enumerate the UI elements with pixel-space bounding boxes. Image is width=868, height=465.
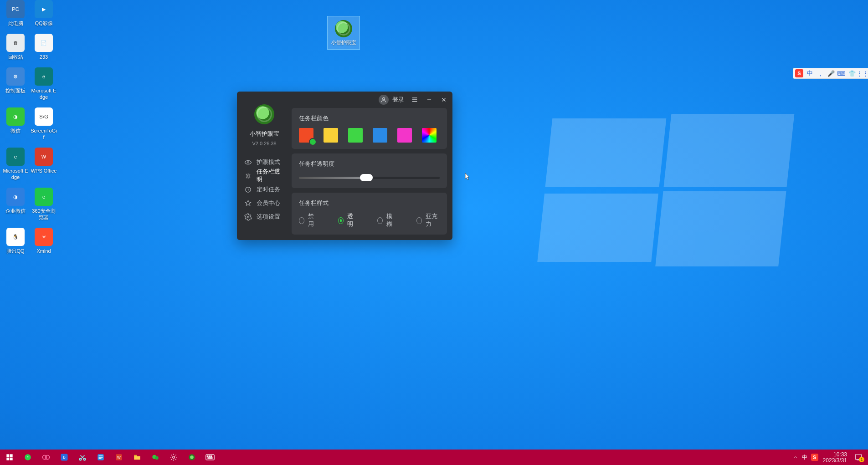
taskbar-app-snip[interactable] [74, 450, 91, 465]
desktop-icon[interactable]: PC 此电脑 [2, 0, 29, 26]
desktop-icon[interactable]: ✳ Xmind [30, 228, 57, 254]
desktop-icon[interactable]: ▶ QQ影像 [30, 0, 57, 26]
desktop-icon[interactable]: S›G ScreenToGif [30, 107, 57, 140]
radio-label: 模糊 [386, 213, 395, 228]
desktop-icon[interactable]: e Microsoft Edge [30, 67, 57, 100]
login-button[interactable]: 登录 [379, 95, 404, 105]
desktop-icon[interactable]: e Microsoft Edge [2, 148, 29, 180]
desktop-icon-label: WPS Office [31, 168, 57, 174]
taskbar-app-baidu[interactable]: B [56, 450, 73, 465]
nav-item-bar[interactable]: 任务栏透明 [242, 169, 286, 183]
color-swatches [299, 128, 440, 143]
card-title: 任务栏透明度 [299, 160, 440, 168]
ime-item[interactable]: 中 [806, 70, 814, 77]
nav-item-opt[interactable]: 选项设置 [242, 210, 286, 224]
desktop-icon-label: 360安全浏览器 [31, 208, 57, 220]
desktop-icon-image: e [35, 188, 53, 206]
nav-item-label: 会员中心 [257, 199, 280, 207]
bar-icon [244, 172, 252, 180]
taskbar-app-any[interactable] [37, 450, 55, 465]
desktop-icon-image: S›G [35, 107, 53, 126]
ime-item[interactable]: ⌨ [837, 70, 845, 77]
svg-point-0 [383, 97, 385, 100]
color-swatch[interactable] [324, 128, 338, 143]
desktop-icon-image: 🐧 [6, 228, 25, 246]
notifications-button[interactable]: 1 [852, 450, 865, 464]
taskbar-app-360[interactable]: e [19, 450, 36, 465]
taskbar-app-eye[interactable] [183, 450, 200, 465]
app-logo-icon [254, 104, 274, 124]
style-radios: 禁用透明模糊亚克力 [299, 213, 440, 228]
ime-item[interactable]: 🎤 [827, 70, 835, 77]
desktop-icon[interactable]: ◑ 微信 [2, 107, 29, 140]
slider-thumb[interactable] [360, 174, 373, 181]
svg-rect-33 [208, 458, 212, 459]
menu-button[interactable] [411, 96, 419, 104]
desktop-icon-label: 此电脑 [8, 20, 23, 26]
color-swatch[interactable] [397, 128, 412, 143]
style-radio[interactable]: 禁用 [299, 213, 317, 228]
taskbar: eBW 中 S 10:33 2023/3/31 1 [0, 450, 868, 465]
desktop-icon[interactable]: W WPS Office [30, 148, 57, 180]
color-swatch[interactable] [373, 128, 387, 143]
tray-ime-icon[interactable]: S [811, 454, 818, 461]
desktop-icon[interactable]: ◑ 企业微信 [2, 188, 29, 220]
color-swatch[interactable] [299, 128, 313, 143]
svg-text:B: B [63, 455, 66, 460]
nav-item-time[interactable]: 定时任务 [242, 183, 286, 196]
ime-logo-icon[interactable]: S [795, 69, 803, 77]
desktop-icons: PC 此电脑▶ QQ影像🗑 回收站📄 233⚙ 控制面板e Microsoft … [0, 0, 59, 254]
style-radio[interactable]: 亚克力 [416, 213, 440, 228]
svg-rect-29 [206, 455, 214, 460]
system-tray[interactable]: 中 S [793, 454, 818, 461]
desktop-icon-label: Microsoft Edge [31, 87, 57, 100]
svg-point-25 [155, 456, 159, 460]
taskbar-clock[interactable]: 10:33 2023/3/31 [823, 452, 847, 463]
color-swatch-rainbow[interactable] [422, 128, 437, 143]
opt-icon [244, 213, 252, 221]
opacity-slider[interactable] [299, 174, 440, 182]
vip-icon [244, 199, 252, 207]
ime-item[interactable]: ‚ [817, 70, 824, 77]
ime-toolbar[interactable]: S中‚🎤⌨👕⋮⋮ [793, 68, 868, 79]
svg-rect-18 [99, 455, 103, 456]
ime-item[interactable]: 👕 [848, 70, 856, 77]
time-icon [244, 186, 252, 194]
svg-text:e: e [27, 455, 29, 459]
desktop-icon-label: 233 [40, 54, 48, 60]
taskbar-app-input[interactable] [201, 450, 219, 465]
close-button[interactable] [440, 96, 448, 104]
card-taskbar-style: 任务栏样式 禁用透明模糊亚克力 [292, 193, 447, 235]
nav-item-vip[interactable]: 会员中心 [242, 196, 286, 210]
radio-dot-icon [299, 217, 304, 224]
style-radio[interactable]: 透明 [338, 213, 356, 228]
ime-item[interactable]: ⋮⋮ [858, 70, 866, 77]
desktop-icon[interactable]: 🐧 腾讯QQ [2, 228, 29, 254]
start-button[interactable] [1, 450, 18, 465]
desktop-icon[interactable]: e 360安全浏览器 [30, 188, 57, 220]
minimize-button[interactable] [425, 96, 433, 104]
cursor-icon [465, 173, 470, 181]
radio-dot-icon [338, 217, 344, 224]
desktop-icon-image: 📄 [35, 34, 53, 52]
avatar-icon [379, 95, 389, 105]
desktop-icon[interactable]: 🗑 回收站 [2, 34, 29, 60]
login-label: 登录 [392, 96, 404, 104]
taskbar-app-file[interactable] [92, 450, 109, 465]
taskbar-app-explorer[interactable] [128, 450, 146, 465]
svg-rect-6 [10, 454, 13, 457]
desktop-icon[interactable]: ⚙ 控制面板 [2, 67, 29, 100]
nav-item-eye[interactable]: 护眼模式 [242, 155, 286, 169]
taskbar-app-settings[interactable] [165, 450, 182, 465]
desktop-icon[interactable]: 📄 233 [30, 34, 57, 60]
style-radio[interactable]: 模糊 [377, 213, 395, 228]
tray-lang[interactable]: 中 [802, 454, 807, 461]
color-swatch[interactable] [348, 128, 363, 143]
desktop-icon-xiaozhi-selected[interactable]: 小智护眼宝 [327, 16, 360, 50]
tray-chevron-up-icon[interactable] [793, 455, 798, 460]
desktop-icon-label: Xmind [36, 248, 51, 254]
taskbar-app-wps[interactable]: W [110, 450, 128, 465]
desktop-icon-label: 回收站 [8, 54, 23, 60]
taskbar-app-wechat[interactable] [147, 450, 164, 465]
svg-rect-8 [10, 458, 13, 460]
